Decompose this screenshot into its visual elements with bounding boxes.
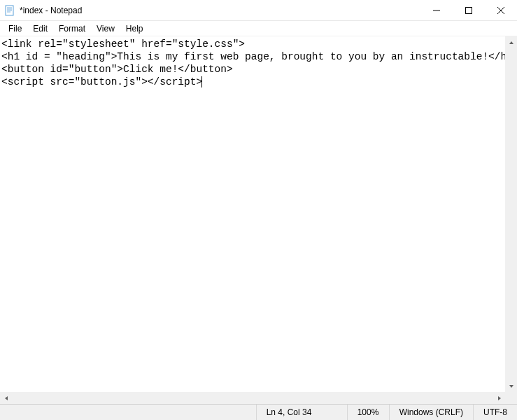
status-encoding: UTF-8 (473, 405, 517, 420)
status-line-ending: Windows (CRLF) (389, 405, 473, 420)
scroll-track[interactable] (505, 48, 517, 380)
scroll-down-arrow[interactable] (505, 380, 517, 392)
editor-line: <link rel="stylesheet" href="style.css"> (1, 38, 245, 50)
minimize-button[interactable] (420, 0, 453, 21)
horizontal-scrollbar[interactable] (0, 392, 505, 404)
menu-format[interactable]: Format (53, 22, 91, 35)
scroll-left-arrow[interactable] (0, 392, 12, 404)
text-editor[interactable]: <link rel="stylesheet" href="style.css">… (0, 36, 505, 392)
status-zoom: 100% (347, 405, 389, 420)
editor-line: <button id="button">Click me!</button> (1, 64, 233, 75)
scroll-right-arrow[interactable] (493, 392, 505, 404)
editor-line: <script src="button.js"></script> (1, 76, 202, 88)
statusbar: Ln 4, Col 34 100% Windows (CRLF) UTF-8 (0, 404, 517, 420)
text-cursor (201, 76, 202, 88)
scroll-up-arrow[interactable] (505, 36, 517, 48)
maximize-button[interactable] (453, 0, 485, 21)
scroll-corner (505, 392, 517, 404)
menubar: File Edit Format View Help (0, 21, 517, 36)
menu-file[interactable]: File (3, 22, 27, 35)
menu-edit[interactable]: Edit (27, 22, 53, 35)
vertical-scrollbar[interactable] (505, 36, 517, 392)
editor-area: <link rel="stylesheet" href="style.css">… (0, 36, 517, 392)
window-title: *index - Notepad (20, 6, 420, 15)
menu-view[interactable]: View (91, 22, 120, 35)
close-button[interactable] (485, 0, 517, 21)
notepad-icon (4, 5, 15, 16)
horizontal-scroll-row (0, 392, 517, 404)
titlebar: *index - Notepad (0, 0, 517, 21)
scroll-track[interactable] (12, 392, 493, 404)
menu-help[interactable]: Help (120, 22, 149, 35)
editor-line: <h1 id = "heading">This is my first web … (1, 51, 505, 62)
status-position: Ln 4, Col 34 (256, 405, 347, 420)
window-controls (420, 0, 517, 21)
svg-rect-6 (466, 7, 472, 13)
